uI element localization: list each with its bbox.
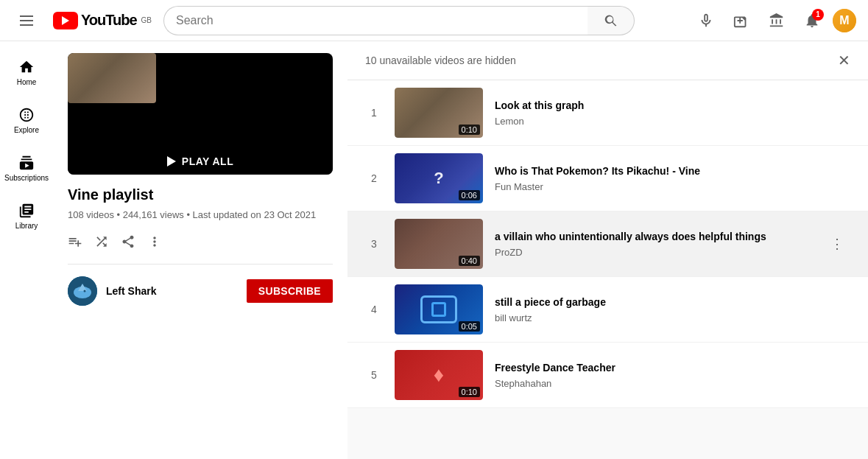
playlist-thumbnail[interactable]: PLAY ALL: [68, 53, 333, 175]
header: YouTubeGB 1 M: [0, 0, 868, 41]
video-info: Look at this graph Lemon: [495, 99, 850, 127]
playlist-meta: 108 videos • 244,161 views • Last update…: [68, 208, 333, 223]
video-title: still a piece of garbage: [495, 295, 850, 310]
video-duration: 0:05: [459, 321, 480, 332]
video-index: 5: [365, 369, 383, 381]
video-duration: 0:40: [459, 256, 480, 266]
video-thumbnail: 0:05: [395, 284, 483, 334]
search-icon: [604, 13, 618, 28]
video-channel: Lemon: [495, 116, 850, 127]
explore-icon: [18, 107, 35, 123]
video-info: Who is That Pokemon? Its Pikachu! - Vine…: [495, 164, 850, 193]
video-thumbnail: ♦ 0:10: [395, 350, 483, 400]
video-thumbnail: 0:10: [395, 88, 483, 138]
logo-text: YouTube: [81, 12, 137, 29]
header-left: YouTubeGB: [12, 6, 152, 35]
video-info: Freestyle Dance Teacher Stephahahan: [495, 361, 850, 390]
video-channel: ProZD: [495, 247, 812, 258]
video-item[interactable]: 5 ♦ 0:10 Freestyle Dance Teacher Stephah…: [347, 343, 868, 408]
add-to-queue-button[interactable]: [68, 234, 82, 249]
video-item[interactable]: 3 0:40 a villain who unintentionally alw…: [347, 211, 868, 277]
share-icon: [121, 234, 135, 249]
search-button[interactable]: [588, 6, 635, 35]
video-duration: 0:10: [459, 125, 480, 135]
video-title: Freestyle Dance Teacher: [495, 361, 850, 376]
playlist-panel: PLAY ALL Vine playlist 108 videos • 244,…: [53, 41, 347, 459]
search-bar: [163, 6, 635, 35]
video-info: a villain who unintentionally always doe…: [495, 230, 812, 259]
video-item[interactable]: 2 ? 0:06 Who is That Pokemon? Its Pikach…: [347, 146, 868, 211]
apps-button[interactable]: [762, 6, 791, 35]
video-index: 4: [365, 304, 383, 315]
video-index: 1: [365, 107, 383, 119]
notifications-badge: 1: [812, 9, 824, 21]
avatar-image: M: [833, 9, 856, 32]
header-right: 1 M: [691, 6, 856, 35]
hamburger-icon: [20, 15, 33, 26]
video-title: a villain who unintentionally always doe…: [495, 230, 812, 245]
video-title: Look at this graph: [495, 99, 850, 113]
microphone-button[interactable]: [691, 6, 721, 35]
create-button[interactable]: [727, 6, 756, 35]
video-duration: 0:06: [459, 190, 480, 200]
create-icon: [733, 13, 749, 29]
channel-avatar[interactable]: [68, 276, 97, 306]
notifications-button[interactable]: 1: [797, 6, 827, 35]
video-item[interactable]: 1 0:10 Look at this graph Lemon: [347, 80, 868, 146]
video-duration: 0:10: [459, 387, 480, 397]
share-button[interactable]: [121, 234, 135, 249]
video-menu-button[interactable]: ⋮: [824, 231, 850, 257]
youtube-logo[interactable]: YouTubeGB: [53, 12, 152, 29]
video-channel: Fun Master: [495, 181, 850, 192]
sidebar-item-library-label: Library: [15, 222, 38, 230]
avatar[interactable]: M: [833, 9, 856, 32]
sidebar-item-explore[interactable]: Explore: [0, 98, 53, 143]
play-all-overlay[interactable]: PLAY ALL: [68, 148, 333, 175]
sidebar: Home Explore Subscriptions Library: [0, 41, 53, 459]
main-content: Home Explore Subscriptions Library PLAY …: [0, 41, 868, 459]
youtube-logo-icon: [53, 12, 78, 29]
shuffle-button[interactable]: [94, 234, 109, 249]
home-icon: [18, 59, 35, 75]
microphone-icon: [698, 13, 714, 29]
channel-avatar-image: [68, 276, 97, 306]
playlist-actions: [68, 234, 333, 249]
video-thumbnail: ? 0:06: [395, 153, 483, 203]
video-channel: Stephahahan: [495, 378, 850, 389]
more-options-button[interactable]: [147, 234, 162, 249]
hidden-videos-text: 10 unavailable videos are hidden: [365, 55, 516, 66]
shuffle-icon: [94, 234, 109, 249]
sidebar-item-subscriptions-label: Subscriptions: [4, 174, 49, 182]
sidebar-item-library[interactable]: Library: [0, 194, 53, 239]
video-list: 10 unavailable videos are hidden ✕ 1 0:1…: [347, 41, 868, 459]
close-banner-button[interactable]: ✕: [838, 53, 850, 68]
video-channel: bill wurtz: [495, 312, 850, 323]
shark-logo: [68, 276, 97, 306]
video-index: 2: [365, 172, 383, 184]
subscriptions-icon: [18, 155, 35, 171]
sidebar-item-home[interactable]: Home: [0, 50, 53, 95]
more-icon: [147, 234, 162, 249]
play-all-label: PLAY ALL: [182, 155, 233, 167]
library-icon: [18, 203, 35, 219]
video-info: still a piece of garbage bill wurtz: [495, 295, 850, 324]
channel-row: Left Shark SUBSCRIBE: [68, 264, 333, 306]
playlist-title: Vine playlist: [68, 186, 333, 203]
video-index: 3: [365, 238, 383, 250]
sidebar-item-explore-label: Explore: [14, 126, 39, 134]
apps-icon: [769, 13, 785, 29]
add-queue-icon: [68, 234, 82, 249]
channel-name[interactable]: Left Shark: [106, 285, 238, 297]
hidden-videos-banner: 10 unavailable videos are hidden ✕: [347, 41, 868, 80]
search-input[interactable]: [163, 6, 588, 35]
playlist-thumb-image: [68, 53, 156, 103]
hamburger-menu-button[interactable]: [12, 6, 41, 35]
video-title: Who is That Pokemon? Its Pikachu! - Vine: [495, 164, 850, 179]
sidebar-item-subscriptions[interactable]: Subscriptions: [0, 146, 53, 191]
logo-country: GB: [141, 16, 152, 24]
video-item[interactable]: 4 0:05 still a piece of garbage bill wur…: [347, 277, 868, 343]
video-thumbnail: 0:40: [395, 219, 483, 269]
subscribe-button[interactable]: SUBSCRIBE: [247, 279, 333, 303]
sidebar-item-home-label: Home: [17, 78, 37, 86]
play-all-icon: [167, 156, 176, 167]
